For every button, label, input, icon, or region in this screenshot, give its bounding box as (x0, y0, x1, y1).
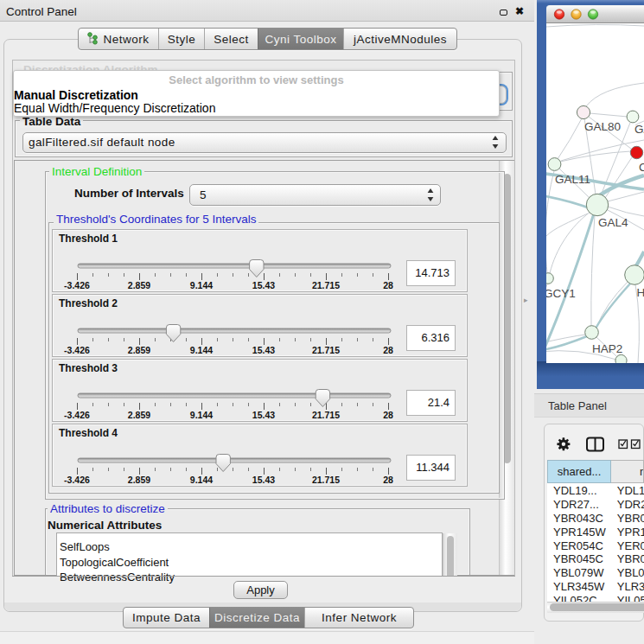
svg-text:GAL4: GAL4 (598, 216, 628, 229)
svg-text:21.715: 21.715 (312, 475, 340, 485)
svg-text:2.859: 2.859 (128, 280, 150, 290)
svg-text:-3.426: -3.426 (64, 280, 90, 290)
svg-text:-3.426: -3.426 (64, 475, 90, 485)
svg-text:-3.426: -3.426 (64, 345, 90, 355)
svg-text:GAL80: GAL80 (584, 120, 621, 133)
svg-text:21.715: 21.715 (312, 345, 340, 355)
svg-text:GAL3: GAL3 (634, 123, 644, 136)
svg-text:15.43: 15.43 (252, 345, 275, 355)
svg-text:9.144: 9.144 (190, 475, 213, 485)
svg-text:15.43: 15.43 (252, 280, 275, 290)
svg-text:GAL11: GAL11 (555, 173, 590, 186)
svg-text:9.144: 9.144 (190, 280, 213, 290)
svg-text:HIS: HIS (637, 286, 644, 299)
svg-text:21.715: 21.715 (312, 410, 340, 420)
svg-text:28: 28 (383, 280, 393, 290)
svg-text:28: 28 (383, 410, 393, 420)
svg-text:9.144: 9.144 (190, 410, 213, 420)
svg-text:HAP2: HAP2 (592, 342, 622, 355)
svg-text:15.43: 15.43 (252, 475, 275, 485)
svg-text:GCY1: GCY1 (546, 287, 576, 300)
svg-text:-3.426: -3.426 (64, 410, 90, 420)
svg-text:28: 28 (383, 475, 393, 485)
svg-text:2.859: 2.859 (128, 475, 150, 485)
svg-text:9.144: 9.144 (190, 345, 213, 355)
svg-text:15.43: 15.43 (252, 410, 275, 420)
svg-text:2.859: 2.859 (128, 345, 150, 355)
svg-text:21.715: 21.715 (312, 280, 340, 290)
svg-text:CDC: CDC (639, 161, 644, 174)
svg-text:28: 28 (383, 345, 393, 355)
svg-text:2.859: 2.859 (128, 410, 150, 420)
